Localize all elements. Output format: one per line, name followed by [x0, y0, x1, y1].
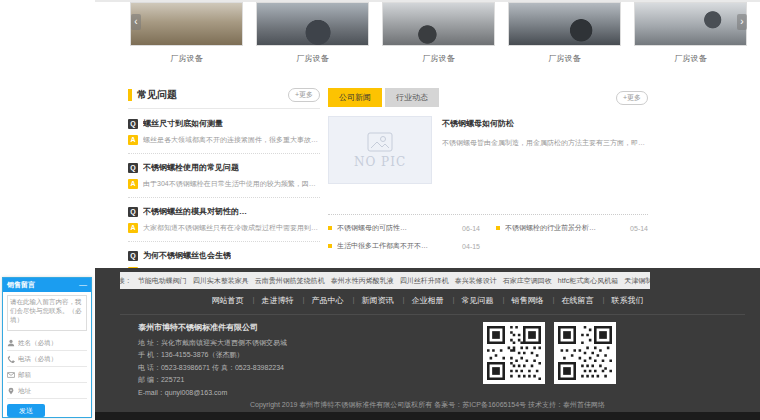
faq-section: 常见问题 +更多 Q螺丝尺寸到底如何测量 A螺丝是各大领域都离不开的连接紧固件，… [128, 88, 320, 293]
footer-nav-message[interactable]: 在线留言 [553, 295, 603, 306]
carousel-item[interactable]: 厂房设备 [508, 2, 621, 64]
carousel-item[interactable]: 厂房设备 [130, 2, 243, 64]
message-textarea[interactable] [7, 295, 87, 331]
chat-header: 销售留言 — [3, 278, 91, 292]
faq-answer[interactable]: 由于304不锈钢螺栓在日常生活中使用的较为频繁，因… [143, 179, 316, 189]
company-mobile: 手 机：136-4155-3876（张杰鹏） [138, 349, 287, 362]
photo-caption[interactable]: 厂房设备 [256, 53, 369, 64]
phone-field[interactable] [18, 355, 87, 362]
carousel-next-icon[interactable]: › [737, 14, 747, 30]
faq-more-button[interactable]: +更多 [288, 88, 320, 102]
footer-nav-home[interactable]: 网站首页 [203, 295, 253, 306]
bullet-icon [328, 226, 332, 230]
footer-nav: 网站首页 走进博特 产品中心 新闻资讯 企业相册 常见问题 销售网络 在线留言 … [95, 295, 760, 306]
news-list-item[interactable]: 不锈钢螺栓的行业前景分析… 05-14 [496, 223, 648, 233]
accent-bar [128, 89, 132, 101]
tab-company-news[interactable]: 公司新闻 [328, 88, 382, 107]
page: 厂房设备 厂房设备 厂房设备 厂房设备 厂房设备 ‹ › 常见问题 +更多 [0, 0, 760, 420]
no-pic-placeholder[interactable]: NO PIC [328, 116, 432, 184]
news-list-item[interactable]: 生活中很多工作都离不开不… 04-15 [328, 241, 480, 251]
faq-question[interactable]: 为何不锈钢螺丝也会生锈 [143, 250, 231, 261]
faq-item[interactable]: Q不锈钢螺栓使用的常见问题 A由于304不锈钢螺栓在日常生活中使用的较为频繁，因… [128, 162, 320, 198]
bullet-icon [496, 226, 500, 230]
friendly-link[interactable]: 四川实木整装家具 [193, 276, 249, 286]
footer-nav-faq[interactable]: 常见问题 [453, 295, 503, 306]
featured-news-title[interactable]: 不锈钢螺母如何防松 [442, 118, 648, 129]
footer-nav-network[interactable]: 销售网络 [503, 295, 553, 306]
news-more-button[interactable]: +更多 [616, 91, 648, 105]
factory-photo[interactable] [634, 2, 747, 46]
news-item-title[interactable]: 不锈钢螺母的可防性… [337, 223, 456, 233]
phone-value: 0523-83986671 [161, 364, 210, 371]
friendly-link[interactable]: 节能电动蝶阀门 [138, 276, 187, 286]
news-item-title[interactable]: 生活中很多工作都离不开不… [337, 241, 456, 251]
email-field-row [7, 367, 87, 383]
faq-title-wrap: 常见问题 [128, 88, 177, 102]
q-icon: Q [128, 119, 138, 129]
faq-answer[interactable]: 螺丝是各大领域都离不开的连接紧固件，很多重大事故的… [143, 135, 320, 145]
carousel-prev-icon[interactable]: ‹ [131, 14, 141, 30]
company-address: 地 址：兴化市戴南镇迎宾大道西侧不锈钢交易城 [138, 337, 287, 350]
friendly-link[interactable]: 云南贵州钢筋笼绕筋机 [255, 276, 325, 286]
faq-question[interactable]: 不锈钢螺栓使用的常见问题 [143, 162, 239, 173]
factory-photo[interactable] [130, 2, 243, 46]
photo-caption[interactable]: 厂房设备 [382, 53, 495, 64]
chat-body: 发送 [3, 292, 91, 420]
footer-nav-album[interactable]: 企业相册 [403, 295, 453, 306]
news-tabs: 公司新闻 行业动态 +更多 [328, 88, 648, 107]
friendly-link[interactable]: 石家庄空调回收 [503, 276, 552, 286]
news-section: 公司新闻 行业动态 +更多 NO PIC 不锈钢螺母如何防松 不锈钢螺母皆由金属… [328, 88, 648, 251]
q-icon: Q [128, 207, 138, 217]
faq-question[interactable]: 螺丝尺寸到底如何测量 [143, 118, 223, 129]
featured-news[interactable]: NO PIC 不锈钢螺母如何防松 不锈钢螺母皆由金属制造，用金属防松的方法主要有… [328, 116, 648, 184]
zip-value: 225721 [161, 376, 184, 383]
minimize-icon[interactable]: — [79, 281, 87, 289]
friendly-link[interactable]: 泰州水性丙烯酸乳液 [331, 276, 394, 286]
name-field[interactable] [18, 339, 87, 346]
faq-item[interactable]: Q不锈钢螺丝的模具对韧性的… A大家都知道不锈钢螺丝只有在冷镦成型过程中需要用到… [128, 206, 320, 242]
faq-title: 常见问题 [137, 88, 177, 102]
featured-news-summary: 不锈钢螺母皆由金属制造，用金属防松的方法主要有三方面，即DIN934自身性质，… [442, 137, 648, 148]
fax-label: 传 真： [212, 364, 235, 371]
address-value: 兴化市戴南镇迎宾大道西侧不锈钢交易城 [161, 339, 287, 346]
carousel-item[interactable]: 厂房设备 [634, 2, 747, 64]
factory-photo[interactable] [382, 2, 495, 46]
photo-caption[interactable]: 厂房设备 [130, 53, 243, 64]
carousel-item[interactable]: 厂房设备 [256, 2, 369, 64]
address-field[interactable] [18, 387, 87, 394]
faq-question[interactable]: 不锈钢螺丝的模具对韧性的… [143, 206, 247, 217]
company-phone-fax: 电 话：0523-83986671 传 真：0523-83982234 [138, 362, 287, 375]
friendly-link[interactable]: 四川丝杆升降机 [400, 276, 449, 286]
news-list-item[interactable]: 不锈钢螺母的可防性… 06-14 [328, 223, 480, 233]
footer-nav-contact[interactable]: 联系我们 [603, 295, 653, 306]
friendly-link[interactable]: 天津铜制品电镀 [624, 276, 650, 286]
news-item-date: 06-14 [462, 225, 480, 232]
faq-item[interactable]: Q螺丝尺寸到底如何测量 A螺丝是各大领域都离不开的连接紧固件，很多重大事故的… [128, 118, 320, 154]
qr-codes [483, 322, 616, 384]
footer: 网站首页 走进博特 产品中心 新闻资讯 企业相册 常见问题 销售网络 在线留言 … [95, 268, 760, 420]
footer-nav-about[interactable]: 走进博特 [253, 295, 303, 306]
carousel-item[interactable]: 厂房设备 [382, 2, 495, 64]
email-label: E-mail： [138, 389, 165, 396]
sales-message-widget: 销售留言 — 发送 [2, 277, 92, 418]
news-item-title[interactable]: 不锈钢螺栓的行业前景分析… [505, 223, 624, 233]
mail-icon [7, 371, 15, 379]
factory-photo[interactable] [256, 2, 369, 46]
footer-nav-products[interactable]: 产品中心 [303, 295, 353, 306]
dotted-divider [328, 214, 648, 215]
photo-caption[interactable]: 厂房设备 [634, 53, 747, 64]
company-zip: 邮 编：225721 [138, 374, 287, 387]
qr-code [554, 322, 616, 384]
qr-code [483, 322, 545, 384]
friendly-link[interactable]: htfc柜式离心风机箱 [558, 276, 618, 286]
copyright: Copyright 2019 泰州市博特不锈钢标准件有限公司版权所有 备案号：苏… [95, 398, 760, 412]
friendly-link[interactable]: 泰兴装修设计 [455, 276, 497, 286]
faq-answer[interactable]: 大家都知道不锈钢螺丝只有在冷镦成型过程中需要用到不… [143, 223, 320, 233]
send-button[interactable]: 发送 [7, 404, 45, 417]
photo-caption[interactable]: 厂房设备 [508, 53, 621, 64]
phone-label: 电 话： [138, 364, 161, 371]
footer-nav-news[interactable]: 新闻资讯 [353, 295, 403, 306]
email-field[interactable] [18, 371, 87, 378]
tab-industry-news[interactable]: 行业动态 [385, 88, 439, 107]
factory-photo[interactable] [508, 2, 621, 46]
